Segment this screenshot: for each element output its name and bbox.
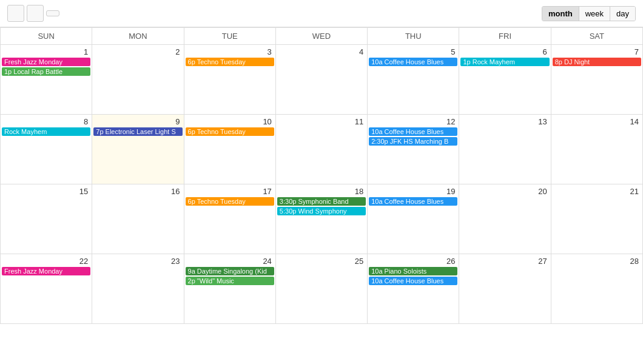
event[interactable]: 6p Techno Tuesday xyxy=(186,127,274,136)
cal-cell-21[interactable]: 21 xyxy=(551,184,643,254)
day-header-mon: MON xyxy=(92,27,184,45)
cal-cell-13[interactable]: 13 xyxy=(459,115,551,184)
day-number: 14 xyxy=(553,116,641,127)
day-number: 26 xyxy=(369,255,457,267)
view-month-button[interactable]: month xyxy=(542,7,579,21)
day-number: 18 xyxy=(277,186,366,197)
day-number: 22 xyxy=(2,255,90,267)
calendar-grid: 1Fresh Jazz Monday1p Local Rap Battle236… xyxy=(0,45,643,324)
cal-cell-2[interactable]: 2 xyxy=(92,45,184,115)
event[interactable]: 10a Coffee House Blues xyxy=(369,277,457,285)
day-number: 13 xyxy=(460,116,549,127)
cal-cell-7[interactable]: 78p DJ Night xyxy=(551,45,643,115)
day-number: 25 xyxy=(277,255,366,267)
day-number: 17 xyxy=(186,186,274,197)
cal-cell-25[interactable]: 25 xyxy=(276,254,368,324)
day-number: 10 xyxy=(186,116,274,127)
event[interactable]: 2:30p JFK HS Marching B xyxy=(369,137,457,146)
event[interactable]: 2p "Wild" Music xyxy=(186,277,274,285)
event[interactable]: 10a Coffee House Blues xyxy=(369,197,457,206)
day-headers: SUNMONTUEWEDTHUFRISAT xyxy=(0,27,643,45)
event[interactable]: 7p Electronic Laser Light S xyxy=(93,127,182,136)
day-number: 21 xyxy=(553,186,641,197)
day-number: 8 xyxy=(2,116,90,127)
day-header-fri: FRI xyxy=(459,27,551,45)
day-number: 4 xyxy=(277,46,366,58)
view-day-button[interactable]: day xyxy=(610,7,635,21)
cal-cell-14[interactable]: 14 xyxy=(551,115,643,184)
cal-cell-6[interactable]: 61p Rock Mayhem xyxy=(459,45,551,115)
cal-cell-5[interactable]: 510a Coffee House Blues xyxy=(368,45,459,115)
cal-cell-28[interactable]: 28 xyxy=(551,254,643,324)
event[interactable]: 5:30p Wind Symphony xyxy=(277,207,366,215)
cal-cell-19[interactable]: 1910a Coffee House Blues xyxy=(368,184,459,254)
day-header-wed: WED xyxy=(276,27,368,45)
event[interactable]: Fresh Jazz Monday xyxy=(2,267,90,275)
cal-cell-4[interactable]: 4 xyxy=(276,45,368,115)
day-number: 27 xyxy=(460,255,549,267)
day-number: 7 xyxy=(553,46,641,58)
day-number: 11 xyxy=(277,116,366,127)
cal-cell-12[interactable]: 1210a Coffee House Blues2:30p JFK HS Mar… xyxy=(368,115,459,184)
day-number: 16 xyxy=(93,186,182,197)
event[interactable]: 3:30p Symphonic Band xyxy=(277,197,366,206)
cal-cell-18[interactable]: 183:30p Symphonic Band5:30p Wind Symphon… xyxy=(276,184,368,254)
event[interactable]: Rock Mayhem xyxy=(2,127,90,136)
event[interactable]: 1p Rock Mayhem xyxy=(460,58,549,66)
cal-cell-10[interactable]: 106p Techno Tuesday xyxy=(184,115,276,184)
day-number: 23 xyxy=(93,255,182,267)
view-selector: month week day xyxy=(542,6,636,21)
nav-controls xyxy=(7,5,59,22)
cal-cell-17[interactable]: 176p Techno Tuesday xyxy=(184,184,276,254)
event[interactable]: 6p Techno Tuesday xyxy=(186,197,274,206)
next-button[interactable] xyxy=(27,5,44,22)
day-number: 6 xyxy=(460,46,549,58)
day-number: 28 xyxy=(553,255,641,267)
day-number: 5 xyxy=(369,46,457,58)
cal-cell-16[interactable]: 16 xyxy=(92,184,184,254)
cal-cell-20[interactable]: 20 xyxy=(459,184,551,254)
cal-cell-23[interactable]: 23 xyxy=(92,254,184,324)
event[interactable]: 1p Local Rap Battle xyxy=(2,67,90,76)
cal-cell-3[interactable]: 36p Techno Tuesday xyxy=(184,45,276,115)
day-number: 19 xyxy=(369,186,457,197)
day-number: 2 xyxy=(93,46,182,58)
event[interactable]: Fresh Jazz Monday xyxy=(2,58,90,66)
today-button[interactable] xyxy=(46,10,59,16)
day-header-sun: SUN xyxy=(1,27,92,45)
event[interactable]: 9a Daytime Singalong (Kid xyxy=(186,267,274,275)
cal-cell-22[interactable]: 22Fresh Jazz Monday xyxy=(1,254,92,324)
day-number: 3 xyxy=(186,46,274,58)
day-number: 15 xyxy=(2,186,90,197)
cal-cell-8[interactable]: 8Rock Mayhem xyxy=(1,115,92,184)
cal-cell-15[interactable]: 15 xyxy=(1,184,92,254)
day-header-sat: SAT xyxy=(551,27,643,45)
event[interactable]: 10a Coffee House Blues xyxy=(369,58,457,66)
event[interactable]: 10a Piano Soloists xyxy=(369,267,457,275)
event[interactable]: 10a Coffee House Blues xyxy=(369,127,457,136)
day-number: 12 xyxy=(369,116,457,127)
day-number: 1 xyxy=(2,46,90,58)
day-number: 24 xyxy=(186,255,274,267)
day-number: 9 xyxy=(93,116,182,127)
cal-cell-24[interactable]: 249a Daytime Singalong (Kid2p "Wild" Mus… xyxy=(184,254,276,324)
view-week-button[interactable]: week xyxy=(579,7,610,21)
event[interactable]: 8p DJ Night xyxy=(553,58,641,66)
day-header-thu: THU xyxy=(368,27,459,45)
calendar-header: month week day xyxy=(0,0,643,27)
cal-cell-26[interactable]: 2610a Piano Soloists10a Coffee House Blu… xyxy=(368,254,459,324)
cal-cell-9[interactable]: 97p Electronic Laser Light S xyxy=(92,115,184,184)
cal-cell-1[interactable]: 1Fresh Jazz Monday1p Local Rap Battle xyxy=(1,45,92,115)
day-header-tue: TUE xyxy=(184,27,276,45)
cal-cell-27[interactable]: 27 xyxy=(459,254,551,324)
prev-button[interactable] xyxy=(7,5,24,22)
cal-cell-11[interactable]: 11 xyxy=(276,115,368,184)
event[interactable]: 6p Techno Tuesday xyxy=(186,58,274,66)
day-number: 20 xyxy=(460,186,549,197)
